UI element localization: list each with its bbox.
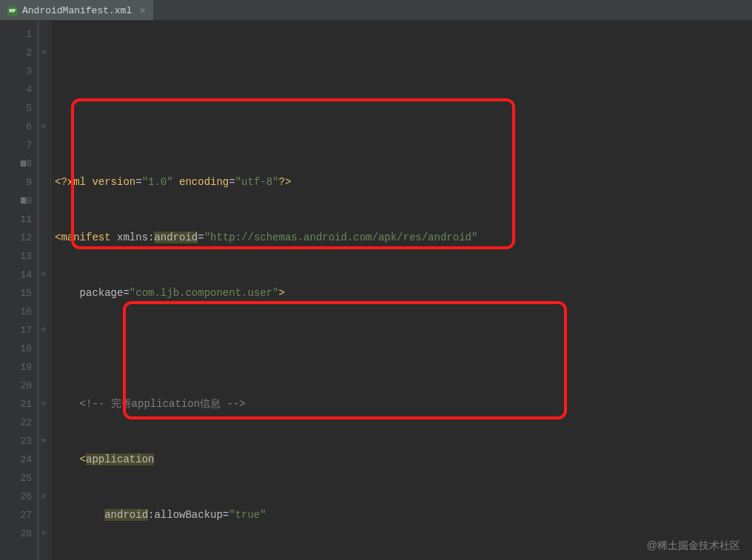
line-number: 12 xyxy=(0,229,32,247)
fold-gutter: ⊟ ⊟ ⊟ ⊟ ⊟ ⊟ ⊟ ⊟ xyxy=(38,21,49,560)
line-number: 20 xyxy=(0,377,32,395)
line-number: 15 xyxy=(0,284,32,303)
line-number: 27 xyxy=(0,506,32,524)
tab-bar: MF AndroidManifest.xml × xyxy=(0,0,752,21)
code-line: <!-- 完善application信息 --> xyxy=(55,395,752,414)
manifest-file-icon: MF xyxy=(7,6,18,16)
line-number: 28 xyxy=(0,524,32,543)
fold-toggle-icon[interactable]: ⊟ xyxy=(38,395,49,414)
line-number: 1 xyxy=(0,25,32,44)
code-content[interactable]: <?xml version="1.0" encoding="utf-8"?> <… xyxy=(49,21,752,560)
tab-filename: AndroidManifest.xml xyxy=(22,5,132,16)
watermark: @稀土掘金技术社区 xyxy=(647,539,740,553)
fold-toggle-icon[interactable]: ⊟ xyxy=(38,44,49,62)
line-number: 7 xyxy=(0,136,32,155)
line-number: 10 xyxy=(0,192,32,210)
code-line: android:allowBackup="true" xyxy=(55,506,752,524)
code-line: <manifest xmlns:android="http://schemas.… xyxy=(55,229,752,247)
line-number: 13 xyxy=(0,247,32,266)
line-number: 17 xyxy=(0,321,32,340)
line-number: 19 xyxy=(0,358,32,377)
line-number: 11 xyxy=(0,210,32,229)
fold-toggle-icon[interactable]: ⊟ xyxy=(38,488,49,506)
fold-toggle-icon[interactable]: ⊟ xyxy=(38,321,49,340)
code-editor[interactable]: 1 2 3 4 5 6 7 8 9 10 11 12 13 14 15 16 1… xyxy=(0,21,752,560)
fold-toggle-icon[interactable]: ⊟ xyxy=(38,118,49,136)
line-number: 3 xyxy=(0,62,32,81)
line-number: 18 xyxy=(0,340,32,358)
code-line xyxy=(55,340,752,358)
fold-toggle-icon[interactable]: ⊟ xyxy=(38,432,49,451)
line-number-gutter: 1 2 3 4 5 6 7 8 9 10 11 12 13 14 15 16 1… xyxy=(0,21,38,560)
line-number: 6 xyxy=(0,118,32,136)
line-number: 26 xyxy=(0,488,32,506)
line-number: 23 xyxy=(0,432,32,451)
fold-toggle-icon[interactable]: ⊟ xyxy=(38,524,49,543)
line-number: 8 xyxy=(0,155,32,173)
file-tab[interactable]: MF AndroidManifest.xml × xyxy=(0,0,153,20)
line-number: 25 xyxy=(0,469,32,488)
line-number: 22 xyxy=(0,414,32,432)
code-line: package="com.ljb.component.user"> xyxy=(55,284,752,303)
code-line: <?xml version="1.0" encoding="utf-8"?> xyxy=(55,173,752,192)
line-number: 21 xyxy=(0,395,32,414)
line-number: 2 xyxy=(0,44,32,62)
fold-toggle-icon[interactable]: ⊟ xyxy=(38,266,49,284)
image-icon[interactable]: ▧ xyxy=(21,192,26,210)
line-number: 4 xyxy=(0,81,32,99)
line-number: 9 xyxy=(0,173,32,192)
code-line: <application xyxy=(55,451,752,469)
line-number: 14 xyxy=(0,266,32,284)
image-icon[interactable]: ▧ xyxy=(21,155,26,173)
line-number: 24 xyxy=(0,451,32,469)
line-number: 16 xyxy=(0,303,32,321)
line-number: 5 xyxy=(0,99,32,118)
close-icon[interactable]: × xyxy=(139,5,145,17)
